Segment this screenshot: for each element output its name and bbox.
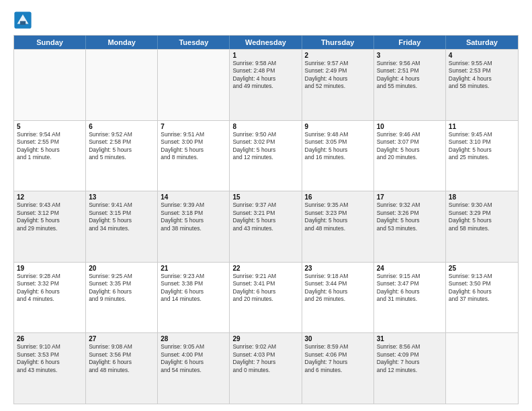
day-number: 1	[232, 52, 298, 59]
day-number: 27	[89, 335, 154, 342]
cal-cell-26: 26Sunrise: 9:10 AM Sunset: 3:53 PM Dayli…	[14, 333, 86, 404]
day-info: Sunrise: 9:25 AM Sunset: 3:35 PM Dayligh…	[89, 273, 154, 304]
calendar-row-1: 1Sunrise: 9:58 AM Sunset: 2:48 PM Daylig…	[14, 49, 518, 120]
calendar-row-3: 12Sunrise: 9:43 AM Sunset: 3:12 PM Dayli…	[14, 191, 518, 262]
svg-rect-2	[20, 21, 26, 25]
day-info: Sunrise: 9:58 AM Sunset: 2:48 PM Dayligh…	[232, 60, 298, 91]
day-number: 29	[232, 335, 298, 342]
day-info: Sunrise: 9:37 AM Sunset: 3:21 PM Dayligh…	[232, 201, 298, 232]
day-info: Sunrise: 9:51 AM Sunset: 3:00 PM Dayligh…	[161, 131, 226, 162]
logo-icon	[13, 11, 32, 30]
day-info: Sunrise: 9:54 AM Sunset: 2:55 PM Dayligh…	[17, 131, 83, 162]
day-number: 23	[305, 265, 371, 272]
calendar-row-5: 26Sunrise: 9:10 AM Sunset: 3:53 PM Dayli…	[14, 332, 518, 404]
calendar: SundayMondayTuesdayWednesdayThursdayFrid…	[13, 35, 519, 404]
day-number: 21	[161, 265, 226, 272]
day-info: Sunrise: 9:10 AM Sunset: 3:53 PM Dayligh…	[17, 343, 83, 374]
header-day-monday: Monday	[86, 36, 158, 49]
cal-cell-22: 22Sunrise: 9:21 AM Sunset: 3:41 PM Dayli…	[230, 263, 302, 333]
header-day-friday: Friday	[374, 36, 446, 49]
day-info: Sunrise: 8:56 AM Sunset: 4:09 PM Dayligh…	[377, 343, 443, 374]
calendar-row-4: 19Sunrise: 9:28 AM Sunset: 3:32 PM Dayli…	[14, 262, 518, 333]
logo	[13, 11, 35, 30]
header-day-thursday: Thursday	[302, 36, 374, 49]
day-info: Sunrise: 9:30 AM Sunset: 3:29 PM Dayligh…	[449, 201, 515, 232]
day-number: 8	[232, 123, 298, 130]
day-info: Sunrise: 9:57 AM Sunset: 2:49 PM Dayligh…	[305, 60, 371, 91]
cal-cell-16: 16Sunrise: 9:35 AM Sunset: 3:23 PM Dayli…	[302, 191, 374, 262]
day-info: Sunrise: 9:13 AM Sunset: 3:50 PM Dayligh…	[449, 273, 515, 304]
header-day-sunday: Sunday	[14, 36, 86, 49]
header	[13, 11, 519, 30]
day-info: Sunrise: 9:32 AM Sunset: 3:26 PM Dayligh…	[377, 201, 443, 232]
cal-cell-2: 2Sunrise: 9:57 AM Sunset: 2:49 PM Daylig…	[302, 50, 374, 120]
day-number: 11	[449, 123, 515, 130]
day-info: Sunrise: 9:45 AM Sunset: 3:10 PM Dayligh…	[449, 131, 515, 162]
day-info: Sunrise: 9:41 AM Sunset: 3:15 PM Dayligh…	[89, 201, 154, 232]
cal-cell-21: 21Sunrise: 9:23 AM Sunset: 3:38 PM Dayli…	[158, 263, 230, 333]
day-info: Sunrise: 9:08 AM Sunset: 3:56 PM Dayligh…	[89, 343, 154, 374]
cal-cell-5: 5Sunrise: 9:54 AM Sunset: 2:55 PM Daylig…	[14, 121, 86, 191]
header-day-saturday: Saturday	[446, 36, 518, 49]
cal-cell-3: 3Sunrise: 9:56 AM Sunset: 2:51 PM Daylig…	[374, 50, 446, 120]
day-info: Sunrise: 9:21 AM Sunset: 3:41 PM Dayligh…	[232, 273, 298, 304]
cal-cell-17: 17Sunrise: 9:32 AM Sunset: 3:26 PM Dayli…	[374, 191, 446, 262]
cal-cell-28: 28Sunrise: 9:05 AM Sunset: 4:00 PM Dayli…	[158, 333, 230, 404]
day-number: 7	[161, 123, 226, 130]
day-info: Sunrise: 9:46 AM Sunset: 3:07 PM Dayligh…	[377, 131, 443, 162]
cal-cell-empty-0-1	[86, 50, 158, 120]
day-info: Sunrise: 9:55 AM Sunset: 2:53 PM Dayligh…	[449, 60, 515, 91]
header-day-wednesday: Wednesday	[230, 36, 302, 49]
cal-cell-empty-0-0	[14, 50, 86, 120]
day-number: 20	[89, 265, 154, 272]
cal-cell-19: 19Sunrise: 9:28 AM Sunset: 3:32 PM Dayli…	[14, 263, 86, 333]
calendar-header: SundayMondayTuesdayWednesdayThursdayFrid…	[14, 36, 518, 49]
day-info: Sunrise: 9:23 AM Sunset: 3:38 PM Dayligh…	[161, 273, 226, 304]
cal-cell-18: 18Sunrise: 9:30 AM Sunset: 3:29 PM Dayli…	[446, 191, 518, 262]
day-info: Sunrise: 9:43 AM Sunset: 3:12 PM Dayligh…	[17, 201, 83, 232]
cal-cell-6: 6Sunrise: 9:52 AM Sunset: 2:58 PM Daylig…	[86, 121, 158, 191]
cal-cell-27: 27Sunrise: 9:08 AM Sunset: 3:56 PM Dayli…	[86, 333, 158, 404]
day-info: Sunrise: 9:05 AM Sunset: 4:00 PM Dayligh…	[161, 343, 226, 374]
day-number: 4	[449, 52, 515, 59]
day-info: Sunrise: 8:59 AM Sunset: 4:06 PM Dayligh…	[305, 343, 371, 374]
cal-cell-25: 25Sunrise: 9:13 AM Sunset: 3:50 PM Dayli…	[446, 263, 518, 333]
header-day-tuesday: Tuesday	[158, 36, 230, 49]
day-info: Sunrise: 9:52 AM Sunset: 2:58 PM Dayligh…	[89, 131, 154, 162]
day-number: 6	[89, 123, 154, 130]
cal-cell-30: 30Sunrise: 8:59 AM Sunset: 4:06 PM Dayli…	[302, 333, 374, 404]
cal-cell-14: 14Sunrise: 9:39 AM Sunset: 3:18 PM Dayli…	[158, 191, 230, 262]
cal-cell-1: 1Sunrise: 9:58 AM Sunset: 2:48 PM Daylig…	[230, 50, 302, 120]
day-info: Sunrise: 9:02 AM Sunset: 4:03 PM Dayligh…	[232, 343, 298, 374]
calendar-row-2: 5Sunrise: 9:54 AM Sunset: 2:55 PM Daylig…	[14, 120, 518, 191]
cal-cell-7: 7Sunrise: 9:51 AM Sunset: 3:00 PM Daylig…	[158, 121, 230, 191]
day-number: 15	[232, 193, 298, 201]
day-number: 10	[377, 123, 443, 130]
cal-cell-24: 24Sunrise: 9:15 AM Sunset: 3:47 PM Dayli…	[374, 263, 446, 333]
cal-cell-23: 23Sunrise: 9:18 AM Sunset: 3:44 PM Dayli…	[302, 263, 374, 333]
day-number: 16	[305, 193, 371, 201]
cal-cell-12: 12Sunrise: 9:43 AM Sunset: 3:12 PM Dayli…	[14, 191, 86, 262]
day-number: 19	[17, 265, 83, 272]
calendar-body: 1Sunrise: 9:58 AM Sunset: 2:48 PM Daylig…	[14, 49, 518, 404]
cal-cell-13: 13Sunrise: 9:41 AM Sunset: 3:15 PM Dayli…	[86, 191, 158, 262]
cal-cell-31: 31Sunrise: 8:56 AM Sunset: 4:09 PM Dayli…	[374, 333, 446, 404]
day-number: 13	[89, 193, 154, 201]
day-number: 28	[161, 335, 226, 342]
day-info: Sunrise: 9:48 AM Sunset: 3:05 PM Dayligh…	[305, 131, 371, 162]
day-info: Sunrise: 9:50 AM Sunset: 3:02 PM Dayligh…	[232, 131, 298, 162]
day-info: Sunrise: 9:56 AM Sunset: 2:51 PM Dayligh…	[377, 60, 443, 91]
day-number: 2	[305, 52, 371, 59]
day-number: 3	[377, 52, 443, 59]
day-number: 22	[232, 265, 298, 272]
cal-cell-4: 4Sunrise: 9:55 AM Sunset: 2:53 PM Daylig…	[446, 50, 518, 120]
day-info: Sunrise: 9:15 AM Sunset: 3:47 PM Dayligh…	[377, 273, 443, 304]
cal-cell-empty-0-2	[158, 50, 230, 120]
day-info: Sunrise: 9:39 AM Sunset: 3:18 PM Dayligh…	[161, 201, 226, 232]
cal-cell-8: 8Sunrise: 9:50 AM Sunset: 3:02 PM Daylig…	[230, 121, 302, 191]
day-info: Sunrise: 9:18 AM Sunset: 3:44 PM Dayligh…	[305, 273, 371, 304]
day-number: 26	[17, 335, 83, 342]
cal-cell-11: 11Sunrise: 9:45 AM Sunset: 3:10 PM Dayli…	[446, 121, 518, 191]
cal-cell-10: 10Sunrise: 9:46 AM Sunset: 3:07 PM Dayli…	[374, 121, 446, 191]
cal-cell-9: 9Sunrise: 9:48 AM Sunset: 3:05 PM Daylig…	[302, 121, 374, 191]
